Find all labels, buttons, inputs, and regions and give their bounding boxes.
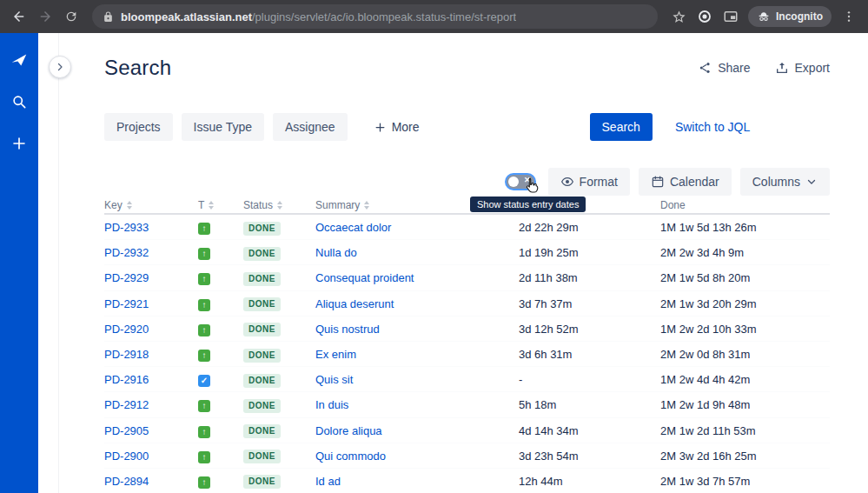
table-row: PD-2905 DONE Dolore aliqua 4d 14h 34m 2M…: [104, 418, 830, 443]
filter-issue-type-button[interactable]: Issue Type: [182, 113, 264, 141]
issue-table-header: Key T Status Summary: [104, 197, 830, 215]
sort-icon: [209, 201, 214, 210]
report-page: Search Share Export: [38, 33, 868, 493]
status-lozenge: DONE: [243, 374, 281, 388]
issue-summary-link[interactable]: Quis sit: [315, 373, 353, 386]
toggle-tooltip: Show status entry dates: [470, 197, 586, 212]
issue-summary-link[interactable]: Ex enim: [315, 348, 356, 361]
back-icon[interactable]: [7, 4, 31, 29]
browser-toolbar: bloompeak.atlassian.net/plugins/servlet/…: [0, 0, 868, 33]
sidebar-search-icon[interactable]: [8, 90, 30, 113]
issue-summary-link[interactable]: Nulla do: [315, 246, 357, 259]
issue-key-link[interactable]: PD-2929: [104, 271, 149, 284]
status-lozenge: DONE: [243, 323, 281, 336]
sort-icon: [277, 201, 282, 210]
issue-type-icon: [198, 426, 210, 438]
issue-type-icon: [198, 299, 210, 311]
format-label: Format: [580, 175, 618, 189]
time-in-status-value: 2d 22h 29m: [519, 221, 579, 234]
issue-type-icon: [198, 400, 210, 412]
issue-key-link[interactable]: PD-2918: [104, 348, 149, 361]
issue-summary-link[interactable]: Qui commodo: [315, 450, 386, 463]
lock-icon: [103, 11, 114, 23]
issue-summary-link[interactable]: Id ad: [315, 475, 341, 488]
done-duration-value: 1M 1w 5d 13h 26m: [660, 221, 757, 234]
calendar-icon: [651, 175, 665, 189]
switch-to-jql-link[interactable]: Switch to JQL: [675, 120, 750, 134]
column-header-done-label: Done: [660, 199, 686, 211]
column-header-key[interactable]: Key: [104, 199, 198, 211]
extension-icon[interactable]: [692, 4, 717, 29]
issue-type-icon: [198, 324, 210, 336]
time-in-status-value: 12h 44m: [519, 475, 563, 488]
mouse-cursor-icon: [525, 177, 540, 194]
filter-assignee-button[interactable]: Assignee: [273, 113, 348, 141]
incognito-badge: Incognito: [748, 6, 832, 27]
share-button[interactable]: Share: [698, 61, 750, 75]
issue-key-link[interactable]: PD-2894: [104, 475, 149, 488]
issue-table-body: PD-2933 DONE Occaecat dolor 2d 22h 29m 1…: [104, 215, 830, 493]
issue-key-link[interactable]: PD-2900: [104, 450, 149, 463]
expand-nav-button[interactable]: [49, 56, 71, 78]
status-lozenge: DONE: [243, 399, 281, 413]
issue-type-icon: [198, 273, 210, 285]
column-header-type[interactable]: T: [198, 199, 243, 211]
calendar-button[interactable]: Calendar: [639, 168, 732, 196]
address-bar[interactable]: bloompeak.atlassian.net/plugins/servlet/…: [92, 4, 658, 29]
done-duration-value: 2M 3w 2d 16h 25m: [660, 450, 757, 463]
eye-icon: [560, 175, 574, 189]
toggle-knob: [508, 177, 519, 187]
issue-key-link[interactable]: PD-2920: [104, 323, 149, 336]
search-submit-button[interactable]: Search: [590, 113, 653, 141]
page-title: Search: [104, 56, 171, 80]
app-logo-icon[interactable]: [8, 49, 30, 71]
issue-type-icon: [198, 451, 210, 463]
filter-projects-button[interactable]: Projects: [104, 113, 173, 141]
columns-button[interactable]: Columns: [740, 168, 830, 196]
issue-type-icon: [198, 375, 210, 387]
table-row: PD-2921 DONE Aliqua deserunt 3d 7h 37m 2…: [104, 291, 830, 316]
page-url: bloompeak.atlassian.net/plugins/servlet/…: [121, 10, 516, 23]
picture-in-picture-icon[interactable]: [719, 4, 743, 29]
column-header-status-label: Status: [243, 199, 273, 211]
export-label: Export: [795, 61, 830, 75]
issue-summary-link[interactable]: Consequat proident: [315, 271, 414, 284]
sidebar-add-icon[interactable]: [8, 132, 30, 155]
done-duration-value: 1M 2w 1d 9h 48m: [660, 398, 750, 411]
export-icon: [775, 61, 789, 75]
time-in-status-value: 3d 23h 54m: [519, 450, 579, 463]
issue-key-link[interactable]: PD-2932: [104, 246, 149, 259]
done-duration-value: 1M 2w 4d 4h 42m: [660, 373, 750, 386]
refresh-icon[interactable]: [59, 4, 83, 29]
column-header-summary-label: Summary: [315, 199, 360, 211]
issue-summary-link[interactable]: Quis nostrud: [315, 323, 380, 336]
issue-key-link[interactable]: PD-2921: [104, 297, 149, 310]
issue-summary-link[interactable]: Dolore aliqua: [315, 424, 382, 437]
issue-summary-link[interactable]: Aliqua deserunt: [315, 297, 394, 310]
time-in-status-value: 4d 14h 34m: [519, 424, 579, 437]
status-lozenge: DONE: [243, 424, 281, 438]
time-in-status-value: 3d 7h 37m: [519, 297, 572, 310]
bookmark-star-icon[interactable]: [666, 4, 691, 29]
forward-icon[interactable]: [33, 4, 57, 29]
more-filters-label: More: [392, 120, 420, 134]
export-button[interactable]: Export: [775, 61, 830, 75]
column-header-done[interactable]: Done: [660, 199, 830, 211]
column-header-status[interactable]: Status: [243, 199, 315, 211]
status-lozenge: DONE: [243, 450, 281, 463]
browser-menu-icon[interactable]: [837, 4, 861, 29]
status-lozenge: DONE: [243, 272, 281, 286]
issue-summary-link[interactable]: In duis: [315, 398, 348, 411]
table-row: PD-2916 DONE Quis sit - 1M 2w 4d 4h 42m: [104, 367, 830, 392]
time-in-status-value: 2d 11h 38m: [519, 271, 578, 284]
issue-key-link[interactable]: PD-2933: [104, 221, 149, 234]
format-button[interactable]: Format: [548, 168, 630, 196]
issue-key-link[interactable]: PD-2905: [104, 424, 149, 437]
issue-key-link[interactable]: PD-2912: [104, 398, 149, 411]
sort-icon: [127, 201, 132, 210]
plus-icon: [374, 121, 387, 134]
more-filters-button[interactable]: More: [361, 113, 432, 141]
issue-key-link[interactable]: PD-2916: [104, 373, 149, 386]
issue-summary-link[interactable]: Occaecat dolor: [315, 221, 391, 234]
time-in-status-value: 5h 18m: [519, 398, 556, 411]
